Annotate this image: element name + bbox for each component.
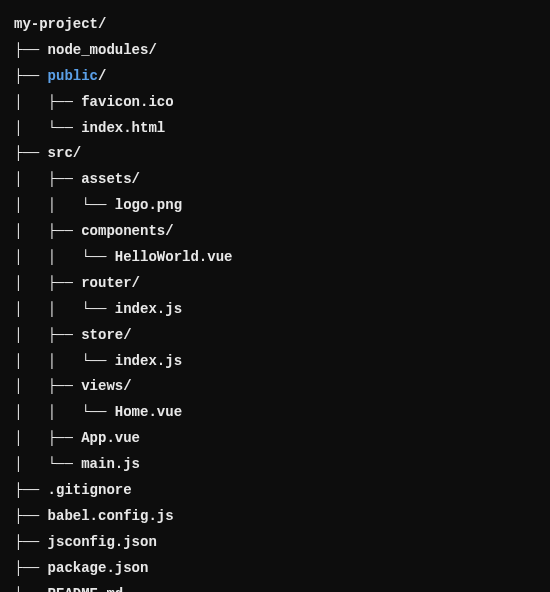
tree-line-assets: │ ├── assets/ xyxy=(14,167,536,193)
tree-line-readme: ├── README.md xyxy=(14,582,536,592)
tree-line-router: │ ├── router/ xyxy=(14,271,536,297)
tree-line-babel-config: ├── babel.config.js xyxy=(14,504,536,530)
tree-line-store: │ ├── store/ xyxy=(14,323,536,349)
tree-suffix: / xyxy=(98,68,106,84)
tree-line-root: my-project/ xyxy=(14,12,536,38)
tree-line-store-index: │ │ └── index.js xyxy=(14,349,536,375)
tree-line-favicon: │ ├── favicon.ico xyxy=(14,90,536,116)
tree-line-node-modules: ├── node_modules/ xyxy=(14,38,536,64)
tree-line-views: │ ├── views/ xyxy=(14,374,536,400)
tree-line-logo: │ │ └── logo.png xyxy=(14,193,536,219)
tree-line-main-js: │ └── main.js xyxy=(14,452,536,478)
tree-line-app-vue: │ ├── App.vue xyxy=(14,426,536,452)
tree-line-jsconfig: ├── jsconfig.json xyxy=(14,530,536,556)
tree-line-gitignore: ├── .gitignore xyxy=(14,478,536,504)
tree-line-components: │ ├── components/ xyxy=(14,219,536,245)
tree-line-src: ├── src/ xyxy=(14,141,536,167)
public-folder-link[interactable]: public xyxy=(48,68,98,84)
tree-line-helloworld: │ │ └── HelloWorld.vue xyxy=(14,245,536,271)
tree-prefix: ├── xyxy=(14,68,48,84)
tree-line-router-index: │ │ └── index.js xyxy=(14,297,536,323)
tree-line-package-json: ├── package.json xyxy=(14,556,536,582)
file-tree: my-project/ ├── node_modules/ ├── public… xyxy=(14,12,536,592)
tree-line-index-html: │ └── index.html xyxy=(14,116,536,142)
tree-line-home-vue: │ │ └── Home.vue xyxy=(14,400,536,426)
tree-line-public: ├── public/ xyxy=(14,64,536,90)
